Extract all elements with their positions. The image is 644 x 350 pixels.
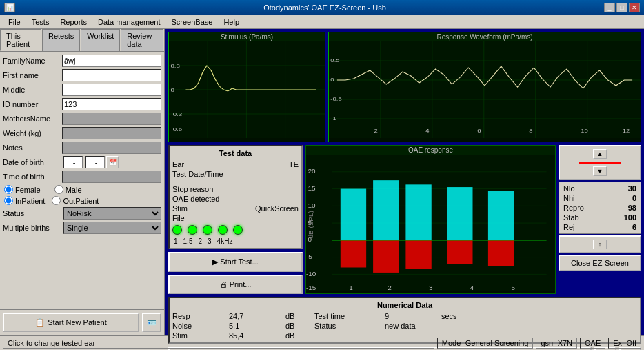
patient-icon: 🪪	[147, 318, 157, 327]
svg-text:0.5: 0.5	[330, 57, 339, 64]
female-radio-label[interactable]: Female	[4, 185, 41, 194]
tabs-row: This Patient Retests Worklist Review dat…	[0, 29, 164, 52]
resp-unit: dB	[285, 312, 313, 320]
status-label: Status	[3, 209, 63, 217]
svg-text:2: 2	[374, 128, 377, 134]
svg-rect-58	[447, 187, 472, 240]
stimulus-chart-title: Stimulus (Pa/ms)	[169, 32, 325, 41]
right-panel: Stimulus (Pa/ms) 0.3 0 -0.3 -0.6	[165, 29, 644, 335]
nlo-row: Nlo 30	[561, 184, 639, 193]
numerical-grid: Resp 24,7 dB Test time 9 secs Noise 5,1 …	[172, 312, 637, 340]
outpatient-radio[interactable]	[52, 196, 61, 205]
tab-review-data[interactable]: Review data	[121, 29, 163, 51]
stimulus-chart: Stimulus (Pa/ms) 0.3 0 -0.3 -0.6	[168, 32, 325, 142]
status-oae-text: OAE	[580, 338, 605, 349]
start-test-button[interactable]: ▶ Start Test...	[168, 252, 303, 272]
tob-label: Time of birth	[3, 173, 62, 181]
charts-row: Stimulus (Pa/ms) 0.3 0 -0.3 -0.6	[168, 32, 641, 142]
tab-retests[interactable]: Retests	[42, 29, 80, 51]
notes-input[interactable]	[62, 142, 161, 154]
weight-label: Weight (kg)	[3, 129, 62, 137]
middle-input[interactable]	[62, 84, 161, 96]
freq-labels: 1 1.5 2 3 4kHz	[172, 237, 299, 245]
menu-screenbase[interactable]: ScreenBase	[165, 17, 218, 28]
scroll-down-button[interactable]: ▼	[593, 166, 607, 176]
first-name-label: First name	[3, 71, 62, 79]
notes-label: Notes	[3, 144, 62, 152]
svg-text:20: 20	[308, 167, 316, 175]
dob-day-input[interactable]	[63, 156, 83, 168]
second-control: ↕	[559, 235, 641, 253]
female-radio[interactable]	[4, 185, 13, 194]
file-row: File	[172, 214, 299, 222]
menu-help[interactable]: Help	[218, 17, 245, 28]
dob-row: Date of birth 📅	[3, 156, 161, 168]
status-bar: Click to change tested ear Mode=General …	[0, 335, 644, 350]
svg-rect-11	[329, 41, 641, 138]
minimize-button[interactable]: _	[604, 3, 615, 12]
middle-row: Middle	[3, 84, 161, 96]
weight-input[interactable]	[62, 127, 161, 139]
new-patient-button[interactable]: 📋 Start New Patient	[3, 313, 139, 332]
maximize-button[interactable]: □	[616, 3, 627, 12]
svg-rect-52	[341, 189, 366, 240]
dob-month-input[interactable]	[85, 156, 105, 168]
menu-reports[interactable]: Reports	[54, 17, 92, 28]
noise-unit: dB	[285, 322, 313, 330]
led-1	[172, 225, 182, 235]
menu-bar: File Tests Reports Data management Scree…	[0, 15, 644, 29]
mothers-name-input[interactable]	[62, 113, 161, 125]
svg-rect-55	[373, 240, 399, 273]
slider-control: ▲ ▼	[559, 145, 641, 180]
male-radio[interactable]	[54, 185, 63, 194]
scroll-up-button[interactable]: ▲	[593, 149, 607, 159]
tab-worklist[interactable]: Worklist	[81, 29, 120, 51]
svg-text:8: 8	[529, 128, 532, 134]
patient-type-row: InPatient OutPatient	[3, 196, 161, 205]
test-data-title: Test data	[172, 149, 299, 157]
response-chart-title: Response Waveform (mPa/ms)	[329, 32, 641, 41]
response-chart-svg: 0.5 0 -0.5 -1 2 4 6 8 10 12	[329, 41, 641, 138]
left-panel: This Patient Retests Worklist Review dat…	[0, 29, 165, 335]
close-ez-screen-button[interactable]: Close EZ-Screen	[559, 255, 641, 271]
nhi-row: Nhi 0	[561, 193, 639, 203]
id-number-input[interactable]	[62, 98, 161, 110]
repro-row: Repro 98	[561, 203, 639, 213]
id-number-label: ID number	[3, 100, 62, 108]
svg-text:12: 12	[623, 128, 630, 134]
dob-label: Date of birth	[3, 158, 63, 166]
oae-y-axis-label: dB (SPL)	[307, 211, 314, 238]
dob-calendar-button[interactable]: 📅	[106, 156, 119, 168]
svg-text:-0.5: -0.5	[330, 96, 342, 102]
patient-icon-button[interactable]: 🪪	[142, 313, 161, 332]
second-scroll-button[interactable]: ↕	[593, 240, 607, 249]
dob-input-row: 📅	[63, 156, 119, 168]
first-name-input[interactable]	[62, 69, 161, 81]
right-controls: ▲ ▼ Nlo 30 Nhi 0 Repro 98	[559, 145, 641, 294]
tob-input[interactable]	[62, 171, 161, 183]
menu-tests[interactable]: Tests	[26, 17, 55, 28]
svg-text:-0.6: -0.6	[170, 126, 182, 133]
svg-text:5: 5	[512, 284, 516, 291]
close-button[interactable]: ✕	[629, 3, 640, 12]
svg-text:1: 1	[349, 284, 353, 291]
tab-this-patient[interactable]: This Patient	[0, 29, 41, 51]
led-row	[172, 225, 299, 235]
tob-row: Time of birth	[3, 171, 161, 183]
inpatient-radio-label[interactable]: InPatient	[4, 196, 45, 205]
led-2	[188, 225, 197, 235]
svg-text:0: 0	[170, 87, 174, 93]
family-name-input[interactable]	[62, 55, 161, 67]
svg-text:10: 10	[308, 202, 316, 209]
outpatient-radio-label[interactable]: OutPatient	[52, 196, 99, 205]
menu-data-management[interactable]: Data management	[92, 17, 166, 28]
svg-text:4: 4	[470, 284, 474, 291]
status-select[interactable]: NoRisk	[63, 207, 161, 220]
multiple-births-select[interactable]: Single	[63, 222, 161, 234]
svg-text:4: 4	[425, 128, 429, 134]
male-radio-label[interactable]: Male	[54, 185, 82, 194]
menu-file[interactable]: File	[3, 17, 26, 28]
resp-label: Resp	[172, 312, 228, 320]
inpatient-radio[interactable]	[4, 196, 13, 205]
print-button[interactable]: 🖨 Print...	[168, 275, 303, 295]
